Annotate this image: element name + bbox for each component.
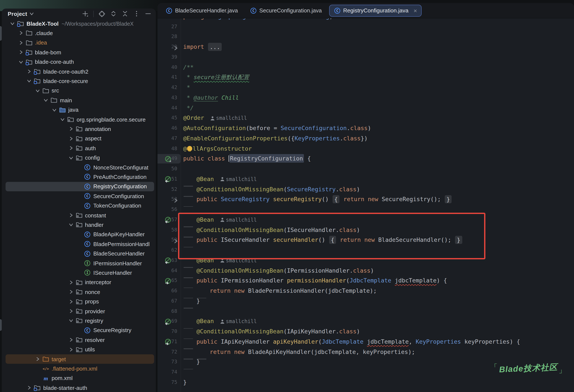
code-line-62[interactable]: 62 (158, 245, 574, 255)
tree-item-isecurehandler[interactable]: IISecureHandler (2, 268, 156, 278)
chevron-collapsed-icon[interactable] (17, 30, 24, 37)
code-line-29[interactable]: 29import ... (158, 42, 574, 52)
bean-navigate-declaration-icon[interactable] (164, 176, 172, 183)
code-line-56[interactable]: 56 (158, 205, 574, 215)
tree-item-secureregistry[interactable]: CSecureRegistry (2, 326, 156, 335)
fold-arrow-icon[interactable] (173, 237, 179, 243)
author-inlay-hint[interactable]: smallchill (220, 319, 257, 325)
code-line-65[interactable]: 65public IPermissionHandler permissionHa… (158, 276, 574, 286)
fold-arrow-icon[interactable] (173, 44, 179, 50)
chevron-expanded-icon[interactable] (42, 97, 49, 104)
chevron-collapsed-icon[interactable] (26, 68, 33, 75)
bean-navigate-usage-icon[interactable] (164, 338, 172, 346)
chevron-collapsed-icon[interactable] (67, 298, 74, 305)
chevron-collapsed-icon[interactable] (67, 212, 74, 219)
locate-opened-file-icon[interactable] (99, 10, 105, 17)
tree-item-bladepermissionhandl[interactable]: CBladePermissionHandl (2, 239, 156, 249)
spring-bean-icon[interactable] (164, 155, 172, 163)
tree-item-interceptor[interactable]: interceptor (2, 278, 156, 287)
tree-item-.claude[interactable]: .claude (2, 28, 156, 38)
tree-item-main[interactable]: main (2, 95, 156, 105)
editor-tab-registryconfiguration-java[interactable]: CRegistryConfiguration.java× (329, 4, 422, 17)
tree-item-utils[interactable]: utils (2, 345, 156, 354)
tree-item-java[interactable]: java (2, 105, 156, 115)
chevron-expanded-icon[interactable] (9, 20, 16, 27)
code-line-50[interactable]: 50 (158, 164, 574, 174)
code-line-49[interactable]: 49public class RegistryConfiguration { (158, 154, 574, 164)
code-line-72[interactable]: 72return new BladeApiKeyHandler(jdbcTemp… (158, 347, 574, 357)
chevron-down-icon[interactable] (29, 11, 35, 16)
code-line-28[interactable]: 28 (158, 32, 574, 42)
chevron-collapsed-icon[interactable] (67, 346, 74, 353)
project-panel-title[interactable]: Project (8, 10, 27, 17)
tree-item-preauthconfiguration[interactable]: CPreAuthConfiguration (2, 172, 156, 182)
tree-item-blade-core-secure[interactable]: blade-core-secure (2, 76, 156, 86)
expand-all-icon[interactable] (110, 10, 117, 17)
tree-item-blade-core-auth[interactable]: blade-core-auth (2, 57, 156, 67)
tree-item-nonce[interactable]: nonce (2, 287, 156, 297)
add-icon[interactable] (82, 10, 89, 17)
collapse-all-icon[interactable] (122, 10, 128, 17)
chevron-expanded-icon[interactable] (26, 78, 33, 84)
fold-arrow-icon[interactable] (173, 197, 179, 202)
tree-item-aspect[interactable]: aspect (2, 134, 156, 143)
code-line-59[interactable]: 59public ISecureHandler secureHandler() … (158, 235, 574, 246)
code-line-70[interactable]: 70@ConditionalOnMissingBean(IApiKeyHandl… (158, 327, 574, 337)
chevron-expanded-icon[interactable] (51, 106, 58, 113)
bean-navigate-usage-icon[interactable] (164, 277, 172, 285)
tree-item-blade-starter-auth[interactable]: blade-starter-auth (2, 383, 156, 392)
tree-item-bladex-tool[interactable]: BladeX-Tool~/Workspaces/product/BladeX (2, 19, 156, 28)
chevron-expanded-icon[interactable] (17, 58, 24, 65)
tree-item-pom.xml[interactable]: mpom.xml (2, 373, 156, 383)
code-line-46[interactable]: 46@AutoConfiguration(before = SecureConf… (158, 123, 574, 134)
chevron-collapsed-icon[interactable] (26, 385, 33, 391)
code-viewport[interactable]: 26package org.springblade.core.secure.co… (158, 3, 574, 392)
close-tab-icon[interactable]: × (413, 8, 417, 13)
tree-item-registry[interactable]: registry (2, 316, 156, 326)
code-line-63[interactable]: 63@Beansmallchill (158, 255, 574, 266)
code-line-44[interactable]: 44 */ (158, 103, 574, 113)
code-line-27[interactable]: 27 (158, 21, 574, 32)
tree-item-config[interactable]: config (2, 153, 156, 163)
tree-item-org.springblade.core.secure[interactable]: org.springblade.core.secure (2, 115, 156, 124)
code-line-52[interactable]: 52@ConditionalOnMissingBean(SecureRegist… (158, 184, 574, 194)
chevron-collapsed-icon[interactable] (67, 125, 74, 132)
chevron-expanded-icon[interactable] (67, 154, 74, 161)
more-options-icon[interactable] (133, 10, 140, 17)
code-line-39[interactable]: 39 (158, 52, 574, 62)
tree-item-target[interactable]: target (2, 354, 156, 364)
code-line-57[interactable]: 57@Beansmallchill (158, 215, 574, 225)
tree-item-props[interactable]: props (2, 297, 156, 306)
code-line-66[interactable]: 66return new BladePermissionHandler(jdbc… (158, 286, 574, 296)
chevron-collapsed-icon[interactable] (67, 337, 74, 343)
tree-item-noncestoreconfigurat[interactable]: CNonceStoreConfigurat (2, 163, 156, 172)
code-line-67[interactable]: 67} (158, 296, 574, 306)
tree-item-ipermissionhandler[interactable]: IIPermissionHandler (2, 258, 156, 268)
code-line-68[interactable]: 68 (158, 306, 574, 316)
code-line-64[interactable]: 64@ConditionalOnMissingBean(IPermissionH… (158, 266, 574, 276)
code-line-40[interactable]: 40/** (158, 62, 574, 73)
code-line-42[interactable]: 42 * (158, 83, 574, 93)
chevron-collapsed-icon[interactable] (67, 289, 74, 295)
editor-tab-secureconfiguration-java[interactable]: CSecureConfiguration.java (245, 4, 326, 17)
bean-navigate-declaration-icon[interactable] (164, 257, 172, 264)
bean-navigate-declaration-icon[interactable] (164, 318, 172, 325)
tree-item-constant[interactable]: constant (2, 210, 156, 220)
code-line-41[interactable]: 41 * secure注册默认配置 (158, 73, 574, 83)
author-inlay-hint[interactable]: smallchill (220, 258, 257, 264)
chevron-collapsed-icon[interactable] (67, 279, 74, 286)
chevron-collapsed-icon[interactable] (17, 39, 24, 46)
tree-item-bladesecurehandler[interactable]: CBladeSecureHandler (2, 249, 156, 258)
author-inlay-hint[interactable]: smallchill (220, 176, 257, 182)
chevron-collapsed-icon[interactable] (67, 135, 74, 142)
chevron-expanded-icon[interactable] (34, 87, 41, 94)
code-line-58[interactable]: 58@ConditionalOnMissingBean(ISecureHandl… (158, 225, 574, 235)
code-line-43[interactable]: 43 * @author Chill (158, 93, 574, 103)
chevron-collapsed-icon[interactable] (67, 145, 74, 152)
chevron-collapsed-icon[interactable] (34, 356, 41, 362)
tree-item-src[interactable]: src (2, 86, 156, 95)
author-inlay-hint[interactable]: smallchill (210, 115, 247, 121)
tree-item-secureconfiguration[interactable]: CSecureConfiguration (2, 191, 156, 201)
code-line-75[interactable]: 75} (158, 377, 574, 388)
tree-item-bladeapikeyhandler[interactable]: CBladeApiKeyHandler (2, 230, 156, 239)
